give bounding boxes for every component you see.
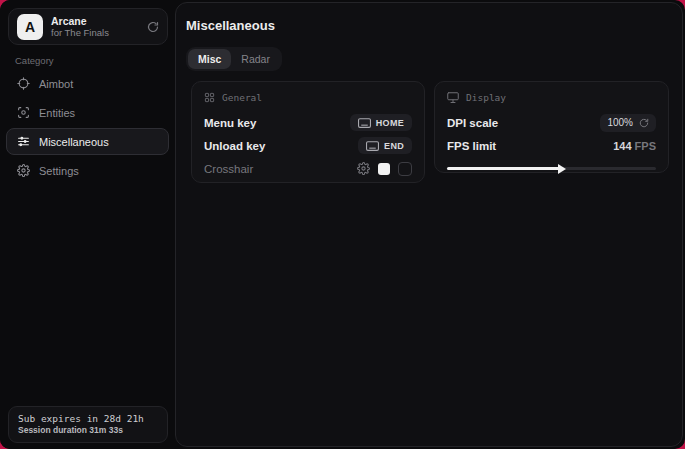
category-label: Category	[15, 55, 54, 66]
subscription-box: Sub expires in 28d 21h Session duration …	[8, 406, 168, 443]
refresh-icon[interactable]	[147, 21, 159, 33]
crosshair-icon	[16, 77, 30, 91]
sidebar-nav: Aimbot Entities Miscellaneous	[6, 70, 169, 186]
dpi-scale-control[interactable]: 100%	[600, 114, 656, 132]
monitor-icon	[447, 92, 459, 103]
fps-limit-label: FPS limit	[447, 140, 496, 152]
sidebar-item-label: Aimbot	[39, 78, 73, 90]
crosshair-row: Crosshair	[204, 157, 412, 180]
sidebar-item-label: Settings	[39, 165, 79, 177]
tab-radar[interactable]: Radar	[231, 49, 280, 69]
unload-key-bind-button[interactable]: END	[358, 137, 412, 154]
dpi-scale-value: 100%	[607, 117, 633, 128]
sidebar-item-settings[interactable]: Settings	[6, 157, 169, 184]
sidebar-item-label: Miscellaneous	[39, 136, 109, 148]
unload-key-label: Unload key	[204, 140, 265, 152]
scan-icon	[16, 106, 30, 120]
sub-expires-text: Sub expires in 28d 21h	[18, 413, 158, 425]
general-card: General Menu key HOME Unload key	[191, 81, 425, 183]
app-logo: A	[17, 14, 43, 40]
sidebar-item-aimbot[interactable]: Aimbot	[6, 70, 169, 97]
display-card-title: Display	[466, 92, 506, 103]
sidebar-item-label: Entities	[39, 107, 75, 119]
unload-key-row: Unload key END	[204, 134, 412, 157]
crosshair-checkbox[interactable]	[398, 162, 412, 176]
app-window: A Arcane for The Finals Category Aimbot	[0, 0, 685, 449]
sliders-icon	[16, 135, 30, 149]
main-panel: Miscellaneous Misc Radar General Menu ke…	[175, 2, 683, 447]
page-title: Miscellaneous	[186, 18, 275, 33]
fps-limit-row: FPS limit 144 FPS	[447, 134, 656, 157]
logo-card: A Arcane for The Finals	[8, 8, 168, 45]
fps-slider[interactable]	[447, 163, 656, 173]
menu-key-row: Menu key HOME	[204, 111, 412, 134]
menu-key-label: Menu key	[204, 117, 256, 129]
rotate-icon	[639, 118, 649, 128]
crosshair-label: Crosshair	[204, 163, 253, 175]
sidebar-item-entities[interactable]: Entities	[6, 99, 169, 126]
tab-misc[interactable]: Misc	[188, 49, 231, 69]
keyboard-icon	[358, 118, 371, 128]
grid-icon	[204, 92, 215, 103]
display-card: Display DPI scale 100% FPS limit 144	[434, 81, 669, 173]
dpi-scale-label: DPI scale	[447, 117, 498, 129]
menu-key-value: HOME	[376, 118, 404, 128]
unload-key-value: END	[384, 141, 404, 151]
app-subtitle: for The Finals	[51, 27, 147, 38]
session-duration-text: Session duration 31m 33s	[18, 425, 158, 436]
app-name: Arcane	[51, 15, 147, 27]
tab-bar: Misc Radar	[186, 47, 282, 71]
general-card-title: General	[222, 92, 262, 103]
fps-limit-value: 144 FPS	[613, 140, 656, 152]
menu-key-bind-button[interactable]: HOME	[350, 114, 412, 131]
sidebar-item-miscellaneous[interactable]: Miscellaneous	[6, 128, 169, 155]
fps-slider-thumb[interactable]	[558, 164, 566, 174]
gear-icon	[16, 164, 30, 178]
fps-slider-fill	[447, 167, 562, 170]
crosshair-settings-gear-icon[interactable]	[357, 162, 370, 175]
crosshair-color-swatch[interactable]	[378, 163, 390, 175]
keyboard-icon	[366, 141, 379, 151]
dpi-scale-row: DPI scale 100%	[447, 111, 656, 134]
sidebar: A Arcane for The Finals Category Aimbot	[0, 0, 175, 449]
